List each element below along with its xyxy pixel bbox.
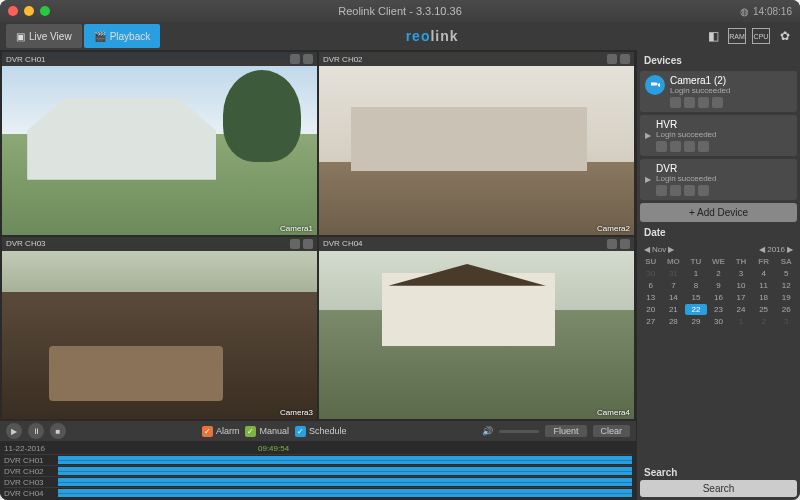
pause-button[interactable]: ⏸ xyxy=(28,423,44,439)
maximize-icon[interactable] xyxy=(40,6,50,16)
gear-icon[interactable]: ✿ xyxy=(776,28,794,44)
calendar-day[interactable]: 2 xyxy=(753,316,775,327)
volume-slider[interactable] xyxy=(499,430,539,433)
chevron-right-icon[interactable]: ▶ xyxy=(645,131,651,140)
calendar-year[interactable]: 2016 xyxy=(767,245,785,254)
calendar-day[interactable]: 6 xyxy=(640,280,662,291)
cpu-icon[interactable]: CPU xyxy=(752,28,770,44)
refresh-icon[interactable] xyxy=(656,141,667,152)
calendar-day[interactable]: 12 xyxy=(775,280,797,291)
record-icon[interactable] xyxy=(607,239,617,249)
settings-icon[interactable] xyxy=(684,141,695,152)
calendar-day[interactable]: 5 xyxy=(775,268,797,279)
play-button[interactable]: ▶ xyxy=(6,423,22,439)
live-view-tab[interactable]: ▣ Live View xyxy=(6,24,82,48)
calendar-day[interactable]: 4 xyxy=(753,268,775,279)
minimize-icon[interactable] xyxy=(24,6,34,16)
calendar-day[interactable]: 21 xyxy=(663,304,685,315)
calendar-day[interactable]: 15 xyxy=(685,292,707,303)
close-icon[interactable] xyxy=(8,6,18,16)
calendar-day[interactable]: 19 xyxy=(775,292,797,303)
calendar-day[interactable]: 16 xyxy=(708,292,730,303)
camera-tile-4[interactable]: DVR CH04 Camera4 xyxy=(319,237,634,420)
calendar-day[interactable]: 1 xyxy=(685,268,707,279)
ram-icon[interactable]: RAM xyxy=(728,28,746,44)
calendar-day[interactable]: 13 xyxy=(640,292,662,303)
calendar-day[interactable]: 3 xyxy=(730,268,752,279)
timeline[interactable]: 11-22-2016 09:49:54 DVR CH01DVR CH02DVR … xyxy=(0,441,636,500)
calendar-day[interactable]: 2 xyxy=(708,268,730,279)
device-item[interactable]: ▶ HVR Login succeeded xyxy=(640,115,797,156)
calendar-day[interactable]: 24 xyxy=(730,304,752,315)
snapshot-icon[interactable] xyxy=(303,54,313,64)
fluent-button[interactable]: Fluent xyxy=(545,425,586,437)
calendar-day[interactable]: 30 xyxy=(640,268,662,279)
volume-icon[interactable]: 🔊 xyxy=(482,426,493,436)
settings-icon[interactable] xyxy=(684,185,695,196)
timeline-row[interactable]: DVR CH02 xyxy=(4,465,632,476)
calendar-day[interactable]: 23 xyxy=(708,304,730,315)
calendar-day[interactable]: 9 xyxy=(708,280,730,291)
calendar-day[interactable]: 1 xyxy=(730,316,752,327)
calendar-day[interactable]: 22 xyxy=(685,304,707,315)
calendar-month[interactable]: Nov xyxy=(652,245,666,254)
next-month-icon[interactable]: ▶ xyxy=(668,245,674,254)
calendar-day[interactable]: 26 xyxy=(775,304,797,315)
calendar-day[interactable]: 14 xyxy=(663,292,685,303)
inbox-icon[interactable]: ◧ xyxy=(704,28,722,44)
search-icon[interactable] xyxy=(670,141,681,152)
calendar-day[interactable]: 11 xyxy=(753,280,775,291)
record-icon[interactable] xyxy=(290,239,300,249)
calendar-day[interactable]: 28 xyxy=(663,316,685,327)
delete-icon[interactable] xyxy=(712,97,723,108)
device-item[interactable]: Camera1 (2) Login succeeded xyxy=(640,71,797,112)
camera-tile-1[interactable]: DVR CH01 Camera1 xyxy=(2,52,317,235)
record-icon[interactable] xyxy=(290,54,300,64)
timeline-bar[interactable] xyxy=(58,456,632,464)
timeline-row[interactable]: DVR CH04 xyxy=(4,487,632,498)
camera-tile-2[interactable]: DVR CH02 Camera2 xyxy=(319,52,634,235)
delete-icon[interactable] xyxy=(698,141,709,152)
alarm-filter[interactable]: ✓Alarm xyxy=(202,426,240,437)
calendar-day[interactable]: 20 xyxy=(640,304,662,315)
record-icon[interactable] xyxy=(607,54,617,64)
calendar-day[interactable]: 10 xyxy=(730,280,752,291)
playback-tab[interactable]: 🎬 Playback xyxy=(84,24,161,48)
settings-icon[interactable] xyxy=(698,97,709,108)
refresh-icon[interactable] xyxy=(670,97,681,108)
calendar-day[interactable]: 27 xyxy=(640,316,662,327)
schedule-filter[interactable]: ✓Schedule xyxy=(295,426,347,437)
calendar-day[interactable]: 18 xyxy=(753,292,775,303)
prev-year-icon[interactable]: ◀ xyxy=(759,245,765,254)
snapshot-icon[interactable] xyxy=(620,54,630,64)
calendar-day[interactable]: 30 xyxy=(708,316,730,327)
search-icon[interactable] xyxy=(670,185,681,196)
camera-tile-3[interactable]: DVR CH03 Camera3 xyxy=(2,237,317,420)
calendar-day[interactable]: 7 xyxy=(663,280,685,291)
snapshot-icon[interactable] xyxy=(303,239,313,249)
calendar-day[interactable]: 8 xyxy=(685,280,707,291)
device-item[interactable]: ▶ DVR Login succeeded xyxy=(640,159,797,200)
manual-filter[interactable]: ✓Manual xyxy=(245,426,289,437)
calendar-day[interactable]: 3 xyxy=(775,316,797,327)
search-button[interactable]: Search xyxy=(640,480,797,497)
snapshot-icon[interactable] xyxy=(620,239,630,249)
timeline-row[interactable]: DVR CH01 xyxy=(4,454,632,465)
next-year-icon[interactable]: ▶ xyxy=(787,245,793,254)
calendar-day[interactable]: 29 xyxy=(685,316,707,327)
search-icon[interactable] xyxy=(684,97,695,108)
refresh-icon[interactable] xyxy=(656,185,667,196)
timeline-bar[interactable] xyxy=(58,489,632,497)
timeline-bar[interactable] xyxy=(58,467,632,475)
delete-icon[interactable] xyxy=(698,185,709,196)
chevron-right-icon[interactable]: ▶ xyxy=(645,175,651,184)
stop-button[interactable]: ■ xyxy=(50,423,66,439)
clear-button[interactable]: Clear xyxy=(593,425,631,437)
calendar-day[interactable]: 31 xyxy=(663,268,685,279)
calendar-day[interactable]: 17 xyxy=(730,292,752,303)
timeline-row[interactable]: DVR CH03 xyxy=(4,476,632,487)
prev-month-icon[interactable]: ◀ xyxy=(644,245,650,254)
add-device-button[interactable]: + Add Device xyxy=(640,203,797,222)
calendar-day[interactable]: 25 xyxy=(753,304,775,315)
timeline-bar[interactable] xyxy=(58,478,632,486)
